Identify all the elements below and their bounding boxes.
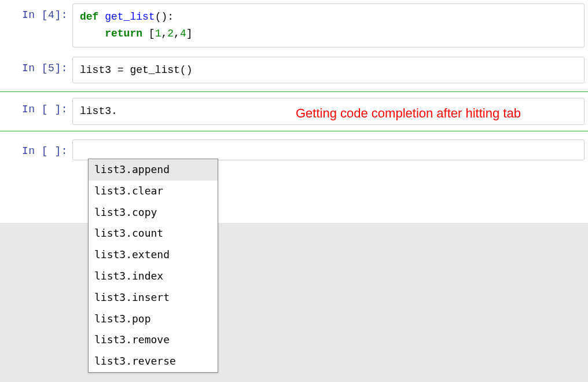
- completion-item[interactable]: list3.clear: [89, 181, 218, 202]
- code-cell: In [4]: def get_list(): return [1,2,4]: [0, 0, 588, 51]
- completion-item[interactable]: list3.copy: [89, 202, 218, 223]
- code-input-area[interactable]: list3. Getting code completion after hit…: [72, 98, 585, 125]
- input-prompt: In [5]:: [0, 57, 72, 74]
- input-prompt: In [ ]:: [0, 98, 72, 115]
- prompt-label: In [ ]:: [22, 145, 68, 157]
- code-input-area[interactable]: list3 = get_list(): [72, 57, 585, 84]
- keyword-return: return: [105, 28, 142, 39]
- code-input-area[interactable]: def get_list(): return [1,2,4]: [72, 3, 585, 47]
- prompt-label: In [4]:: [22, 9, 68, 21]
- input-prompt: In [4]:: [0, 3, 72, 21]
- input-prompt: In [ ]:: [0, 139, 72, 157]
- annotation-label: Getting code completion after hitting ta…: [296, 103, 521, 123]
- keyword-def: def: [80, 11, 98, 23]
- completion-item[interactable]: list3.remove: [89, 329, 218, 351]
- code-cell-active: In [ ]: list3. Getting code completion a…: [0, 94, 588, 128]
- completion-item[interactable]: list3.pop: [89, 308, 218, 330]
- code-line: def get_list():: [80, 9, 577, 25]
- completion-item[interactable]: list3.reverse: [89, 351, 218, 372]
- code-input-area[interactable]: [72, 139, 585, 160]
- code-line: return [1,2,4]: [80, 25, 577, 42]
- prompt-label: In [ ]:: [22, 104, 68, 115]
- selected-cell-wrapper: In [ ]: list3. Getting code completion a…: [0, 91, 588, 131]
- completion-item[interactable]: list3.insert: [89, 287, 218, 308]
- code-cell: In [5]: list3 = get_list(): [0, 53, 588, 87]
- function-name: get_list: [105, 11, 155, 23]
- completion-item[interactable]: list3.index: [89, 266, 218, 287]
- completion-item[interactable]: list3.append: [89, 159, 218, 181]
- completion-item[interactable]: list3.extend: [89, 244, 218, 266]
- code-line: list3 = get_list(): [80, 62, 577, 79]
- completion-item[interactable]: list3.count: [89, 223, 218, 244]
- prompt-label: In [5]:: [22, 63, 68, 74]
- autocomplete-dropdown[interactable]: list3.append list3.clear list3.copy list…: [88, 159, 218, 373]
